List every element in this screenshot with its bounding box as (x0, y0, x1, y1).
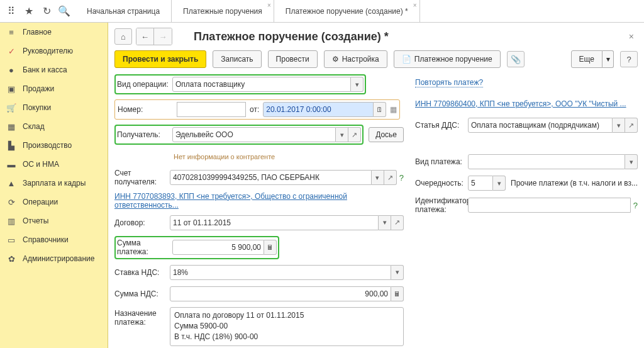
close-icon[interactable]: × (267, 2, 271, 9)
sidebar-item-operations[interactable]: ⟳Операции (0, 193, 108, 211)
priority-text: Прочие платежи (в т.ч. налоги и вз... (511, 179, 638, 188)
sidebar-item-bank[interactable]: ●Банк и касса (0, 60, 108, 79)
recipient-acct-input[interactable]: 40702810399994349255, ПАО СБЕРБАНК (170, 170, 372, 185)
tab-payments[interactable]: Платежные поручения× (172, 0, 274, 22)
sidebar-item-label: Производство (23, 141, 72, 150)
purpose-input[interactable]: Оплата по договору 11 от 01.11.2015 Сумм… (170, 307, 404, 346)
sidebar-item-assets[interactable]: ▬ОС и НМА (0, 155, 108, 174)
label-vat-sum: Сумма НДС: (114, 289, 170, 298)
open-icon[interactable]: ↗ (384, 170, 397, 185)
sidebar-item-reports[interactable]: ▥Отчеты (0, 211, 108, 230)
dropdown-icon[interactable]: ▾ (391, 265, 404, 280)
doc-icon: 📄 (402, 55, 411, 64)
dropdown-icon[interactable]: ▾ (613, 118, 625, 133)
calendar-icon[interactable]: 🗓 (374, 102, 386, 117)
form-left: Вид операции: Оплата поставщику ▾ Номер:… (114, 74, 404, 348)
sidebar-item-catalogs[interactable]: ▭Справочники (0, 230, 108, 249)
help-icon[interactable]: ? (633, 201, 638, 210)
history-icon[interactable]: ↻ (38, 3, 55, 20)
post-button[interactable]: Провести (268, 50, 318, 68)
sidebar-item-label: Продажи (23, 84, 54, 93)
dropdown-icon[interactable]: ▾ (351, 77, 364, 92)
dropdown-icon[interactable]: ▾ (493, 176, 506, 191)
settings-button[interactable]: ⚙Настройка (324, 50, 387, 68)
row-pay-id: Идентификатор платежа: ? (415, 196, 638, 215)
folder-icon: ▭ (6, 235, 16, 245)
sidebar-item-purchases[interactable]: 🛒Покупки (0, 98, 108, 117)
forward-button[interactable]: → (154, 28, 172, 45)
close-icon[interactable]: × (413, 2, 417, 9)
vat-rate-input[interactable]: 18% (170, 265, 391, 280)
star-icon[interactable]: ★ (20, 3, 38, 20)
sidebar-item-sales[interactable]: ▣Продажи (0, 79, 108, 98)
apps-icon[interactable]: ⠿ (3, 3, 20, 20)
row-amount: Сумма платежа: 5 900,00 🖩 (114, 236, 404, 259)
dropdown-icon[interactable]: ▾ (372, 170, 384, 185)
help-button[interactable]: ? (620, 51, 638, 67)
person-icon: ▲ (6, 179, 16, 188)
page-title: Платежное поручение (создание) * (194, 30, 621, 43)
gear-icon: ✿ (6, 254, 16, 264)
tab-label: Начальная страница (87, 7, 160, 16)
calc-icon[interactable]: 🖩 (264, 240, 277, 255)
row-warning: Нет информации о контрагенте (174, 149, 404, 165)
back-button[interactable]: ← (136, 28, 154, 45)
row-inn-top: ИНН 7709860400, КПП <не требуется>, ООО … (415, 96, 638, 112)
inn-link[interactable]: ИНН 7707083893, КПП <не требуется>, Обще… (114, 192, 404, 210)
sidebar-item-label: Покупки (23, 103, 51, 112)
coin-icon: ● (6, 65, 16, 75)
amount-input[interactable]: 5 900,00 (172, 240, 264, 255)
doc-icon[interactable]: ▦ (390, 105, 397, 114)
sidebar-item-hr[interactable]: ▲Зарплата и кадры (0, 174, 108, 193)
number-input[interactable] (177, 102, 246, 117)
dropdown-icon[interactable]: ▾ (379, 215, 391, 230)
vat-sum-input[interactable]: 900,00 (170, 286, 391, 301)
tab-payment-create[interactable]: Платежное поручение (создание) *× (274, 0, 420, 22)
toolbar: Провести и закрыть Записать Провести ⚙На… (114, 50, 638, 68)
row-recipient-acct: Счет получателя: 40702810399994349255, П… (114, 169, 404, 187)
chevron-down-icon[interactable]: ▾ (602, 50, 614, 68)
help-icon[interactable]: ? (399, 173, 404, 182)
tab-home[interactable]: Начальная страница (75, 0, 172, 22)
sidebar-item-production[interactable]: ▙Производство (0, 136, 108, 155)
cart-icon: 🛒 (6, 103, 16, 113)
open-icon[interactable]: ↗ (348, 127, 361, 142)
inn-top-link[interactable]: ИНН 7709860400, КПП <не требуется>, ООО … (415, 99, 626, 108)
payment-order-button[interactable]: 📄Платежное поручение (394, 50, 501, 68)
priority-input[interactable]: 5 (468, 176, 493, 191)
dropdown-icon[interactable]: ▾ (336, 127, 348, 142)
op-type-input[interactable]: Оплата поставщику (172, 77, 351, 92)
open-icon[interactable]: ↗ (391, 215, 404, 230)
dds-input[interactable]: Оплата поставщикам (подрядчикам) (468, 118, 613, 133)
dropdown-icon[interactable]: ▾ (625, 154, 638, 169)
truck-icon: ▬ (6, 160, 16, 169)
pay-id-input[interactable] (468, 198, 631, 213)
sidebar-item-main[interactable]: ≡Главное (0, 23, 108, 42)
date-input[interactable]: 20.01.2017 0:00:00 (263, 102, 374, 117)
dossier-button[interactable]: Досье (369, 127, 404, 142)
attach-button[interactable]: 📎 (507, 51, 525, 67)
tabs: Начальная страница Платежные поручения× … (75, 0, 644, 22)
sidebar-item-admin[interactable]: ✿Администрирование (0, 249, 108, 268)
pay-type-input[interactable] (468, 154, 625, 169)
more-button[interactable]: Еще▾ (571, 50, 614, 68)
write-button[interactable]: Записать (213, 50, 261, 68)
repeat-link[interactable]: Повторять платеж? (415, 78, 483, 87)
sidebar-item-label: Склад (23, 122, 45, 131)
sidebar-item-label: Руководителю (23, 47, 73, 55)
tab-label: Платежные поручения (183, 7, 262, 16)
label-from: от: (250, 105, 259, 114)
open-icon[interactable]: ↗ (625, 118, 638, 133)
label-contract: Договор: (114, 218, 170, 227)
search-icon[interactable]: 🔍 (55, 3, 73, 20)
home-button[interactable]: ⌂ (114, 28, 132, 45)
sidebar-item-manager[interactable]: ✓Руководителю (0, 42, 108, 60)
calc-icon[interactable]: 🖩 (391, 286, 404, 301)
recipient-input[interactable]: Эдельвейс ООО (172, 127, 336, 142)
save-close-button[interactable]: Провести и закрыть (114, 50, 206, 68)
sidebar-item-warehouse[interactable]: ▦Склад (0, 117, 108, 136)
close-button[interactable]: × (625, 29, 638, 44)
label-number: Номер: (118, 105, 173, 114)
contract-input[interactable]: 11 от 01.11.2015 (170, 215, 379, 230)
row-pay-type: Вид платежа: ▾ (415, 154, 638, 170)
